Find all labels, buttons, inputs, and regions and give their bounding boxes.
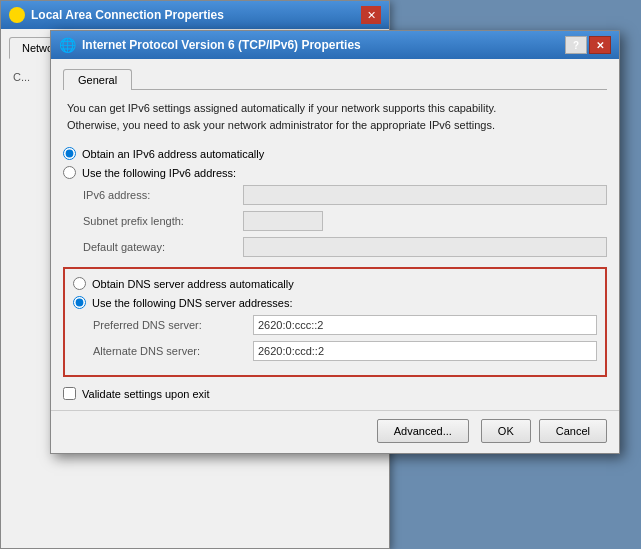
subnet-input[interactable] — [243, 211, 323, 231]
gateway-field-row: Default gateway: — [83, 237, 607, 257]
footer-ok-cancel: OK Cancel — [481, 419, 607, 443]
ipv6-dialog-title: Internet Protocol Version 6 (TCP/IPv6) P… — [82, 38, 361, 52]
gateway-label: Default gateway: — [83, 241, 243, 253]
description: You can get IPv6 settings assigned autom… — [63, 100, 607, 133]
manual-address-label[interactable]: Use the following IPv6 address: — [63, 166, 607, 179]
dialog-tab-bar: General — [63, 69, 607, 90]
ipv6-title-bar: 🌐 Internet Protocol Version 6 (TCP/IPv6)… — [51, 31, 619, 59]
gateway-input[interactable] — [243, 237, 607, 257]
dialog-footer: Advanced... OK Cancel — [51, 410, 619, 453]
win-buttons: ? ✕ — [565, 36, 611, 54]
dns-section: Obtain DNS server address automatically … — [63, 267, 607, 377]
address-fields: IPv6 address: Subnet prefix length: Defa… — [83, 185, 607, 257]
bg-title-bar: Local Area Connection Properties ✕ — [1, 1, 389, 29]
cancel-button[interactable]: Cancel — [539, 419, 607, 443]
subnet-field-row: Subnet prefix length: — [83, 211, 607, 231]
ipv6-field-row: IPv6 address: — [83, 185, 607, 205]
close-button[interactable]: ✕ — [589, 36, 611, 54]
preferred-dns-input[interactable] — [253, 315, 597, 335]
auto-dns-label[interactable]: Obtain DNS server address automatically — [73, 277, 597, 290]
validate-label: Validate settings upon exit — [82, 388, 210, 400]
address-radio-group: Obtain an IPv6 address automatically Use… — [63, 147, 607, 179]
auto-address-radio[interactable] — [63, 147, 76, 160]
auto-address-label[interactable]: Obtain an IPv6 address automatically — [63, 147, 607, 160]
dialog-content: General You can get IPv6 settings assign… — [51, 59, 619, 410]
alternate-dns-label: Alternate DNS server: — [93, 345, 253, 357]
advanced-button[interactable]: Advanced... — [377, 419, 469, 443]
ipv6-label: IPv6 address: — [83, 189, 243, 201]
dns-fields: Preferred DNS server: Alternate DNS serv… — [93, 315, 597, 361]
subnet-label: Subnet prefix length: — [83, 215, 243, 227]
preferred-dns-label: Preferred DNS server: — [93, 319, 253, 331]
alternate-dns-input[interactable] — [253, 341, 597, 361]
auto-dns-radio[interactable] — [73, 277, 86, 290]
manual-dns-label[interactable]: Use the following DNS server addresses: — [73, 296, 597, 309]
alternate-dns-row: Alternate DNS server: — [93, 341, 597, 361]
help-button[interactable]: ? — [565, 36, 587, 54]
manual-address-radio[interactable] — [63, 166, 76, 179]
manual-dns-radio[interactable] — [73, 296, 86, 309]
preferred-dns-row: Preferred DNS server: — [93, 315, 597, 335]
bg-close-button[interactable]: ✕ — [361, 6, 381, 24]
ipv6-dialog: 🌐 Internet Protocol Version 6 (TCP/IPv6)… — [50, 30, 620, 454]
validate-row: Validate settings upon exit — [63, 387, 607, 400]
dns-radio-group: Obtain DNS server address automatically … — [73, 277, 597, 309]
ipv6-title-icon: 🌐 — [59, 37, 76, 53]
validate-checkbox[interactable] — [63, 387, 76, 400]
ok-button[interactable]: OK — [481, 419, 531, 443]
ipv6-input[interactable] — [243, 185, 607, 205]
bg-window-title: Local Area Connection Properties — [31, 8, 224, 22]
general-tab[interactable]: General — [63, 69, 132, 90]
bg-title-icon — [9, 7, 25, 23]
